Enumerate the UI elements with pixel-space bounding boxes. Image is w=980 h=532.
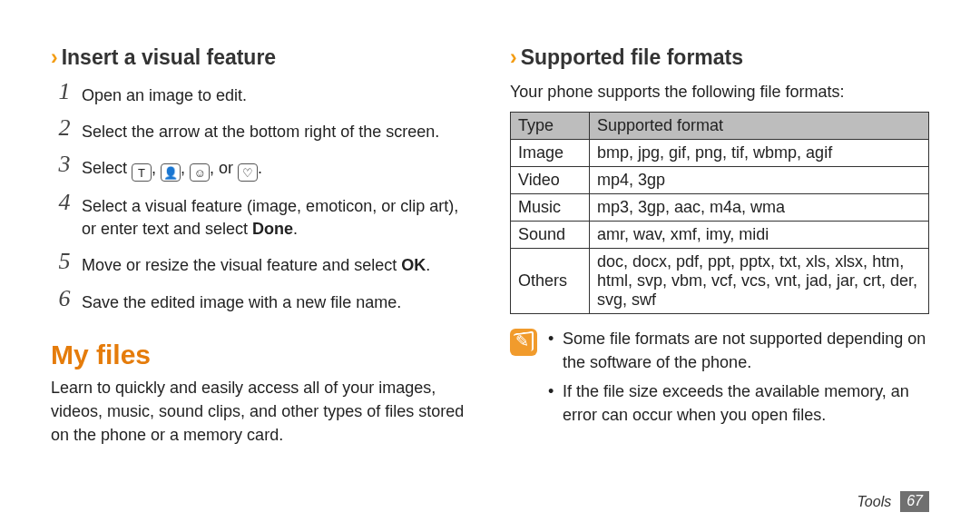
table-row: Others doc, docx, pdf, ppt, pptx, txt, x… xyxy=(511,248,929,313)
text-tool-icon: T xyxy=(132,163,152,182)
my-files-heading: My files xyxy=(51,340,470,370)
step3-suffix: . xyxy=(258,159,262,177)
note-icon xyxy=(510,329,537,356)
cell-type: Image xyxy=(511,139,590,166)
step-6: 6 Save the edited image with a new file … xyxy=(51,287,470,314)
table-row: Music mp3, 3gp, aac, m4a, wma xyxy=(511,193,929,221)
supported-formats-heading: ›Supported file formats xyxy=(510,45,929,71)
step-1: 1 Open an image to edit. xyxy=(51,80,470,107)
step-number: 3 xyxy=(51,153,78,176)
cell-type: Music xyxy=(511,193,590,221)
step3-prefix: Select xyxy=(82,159,132,177)
step-text: Select a visual feature (image, emoticon… xyxy=(82,191,470,241)
step-text: Save the edited image with a new file na… xyxy=(82,287,401,314)
footer-section: Tools xyxy=(858,494,892,510)
step-5: 5 Move or resize the visual feature and … xyxy=(51,250,470,277)
col-type-header: Type xyxy=(511,112,590,139)
col-format-header: Supported format xyxy=(590,112,929,139)
step-number: 2 xyxy=(51,116,78,140)
table-header-row: Type Supported format xyxy=(511,112,929,139)
step5-text-b: . xyxy=(426,256,430,274)
cell-type: Video xyxy=(511,166,590,193)
ok-label: OK xyxy=(401,256,426,274)
table-row: Image bmp, jpg, gif, png, tif, wbmp, agi… xyxy=(511,139,929,166)
step-4: 4 Select a visual feature (image, emotic… xyxy=(51,191,470,241)
done-label: Done xyxy=(252,220,293,238)
notes-list: Some file formats are not supported depe… xyxy=(548,327,929,432)
heart-icon: ♡ xyxy=(238,163,258,182)
cell-format: amr, wav, xmf, imy, midi xyxy=(590,221,929,248)
step4-text-b: . xyxy=(293,220,298,238)
sep: , xyxy=(181,159,190,177)
person-icon: 👤 xyxy=(161,163,181,182)
heading-text: Supported file formats xyxy=(521,45,743,69)
table-row: Video mp4, 3gp xyxy=(511,166,929,193)
step-text: Move or resize the visual feature and se… xyxy=(82,250,430,277)
page-footer: Tools 67 xyxy=(858,491,929,512)
right-column: ›Supported file formats Your phone suppo… xyxy=(510,45,929,496)
sep: , xyxy=(210,159,219,177)
sep: , xyxy=(152,159,161,177)
supported-formats-lead: Your phone supports the following file f… xyxy=(510,80,929,104)
my-files-intro: Learn to quickly and easily access all o… xyxy=(51,376,470,447)
note-item: Some file formats are not supported depe… xyxy=(548,327,929,374)
step-text: Select T, 👤, ☺, or ♡. xyxy=(82,153,262,182)
smiley-icon: ☺ xyxy=(190,163,210,182)
step-2: 2 Select the arrow at the bottom right o… xyxy=(51,116,470,143)
step-number: 1 xyxy=(51,80,78,103)
heading-text: Insert a visual feature xyxy=(62,45,277,69)
steps-list: 1 Open an image to edit. 2 Select the ar… xyxy=(51,80,470,314)
step-3: 3 Select T, 👤, ☺, or ♡. xyxy=(51,153,470,182)
step5-text-a: Move or resize the visual feature and se… xyxy=(82,256,401,274)
cell-format: doc, docx, pdf, ppt, pptx, txt, xls, xls… xyxy=(590,248,929,313)
or-word: or xyxy=(219,159,233,177)
chevron-icon: › xyxy=(510,45,517,69)
cell-format: bmp, jpg, gif, png, tif, wbmp, agif xyxy=(590,139,929,166)
note-item: If the file size exceeds the available m… xyxy=(548,379,929,427)
step-number: 5 xyxy=(51,250,78,273)
chevron-icon: › xyxy=(51,45,58,69)
step-number: 6 xyxy=(51,287,78,310)
cell-type: Sound xyxy=(511,221,590,248)
manual-page: ›Insert a visual feature 1 Open an image… xyxy=(0,0,980,532)
left-column: ›Insert a visual feature 1 Open an image… xyxy=(51,45,470,496)
insert-visual-feature-heading: ›Insert a visual feature xyxy=(51,45,470,71)
notes-block: Some file formats are not supported depe… xyxy=(510,327,929,432)
step-number: 4 xyxy=(51,191,78,214)
page-number: 67 xyxy=(900,491,929,512)
cell-format: mp3, 3gp, aac, m4a, wma xyxy=(590,193,929,221)
cell-format: mp4, 3gp xyxy=(590,166,929,193)
step-text: Select the arrow at the bottom right of … xyxy=(82,116,439,143)
cell-type: Others xyxy=(511,248,590,313)
formats-table: Type Supported format Image bmp, jpg, gi… xyxy=(510,112,929,314)
table-row: Sound amr, wav, xmf, imy, midi xyxy=(511,221,929,248)
step-text: Open an image to edit. xyxy=(82,80,247,107)
